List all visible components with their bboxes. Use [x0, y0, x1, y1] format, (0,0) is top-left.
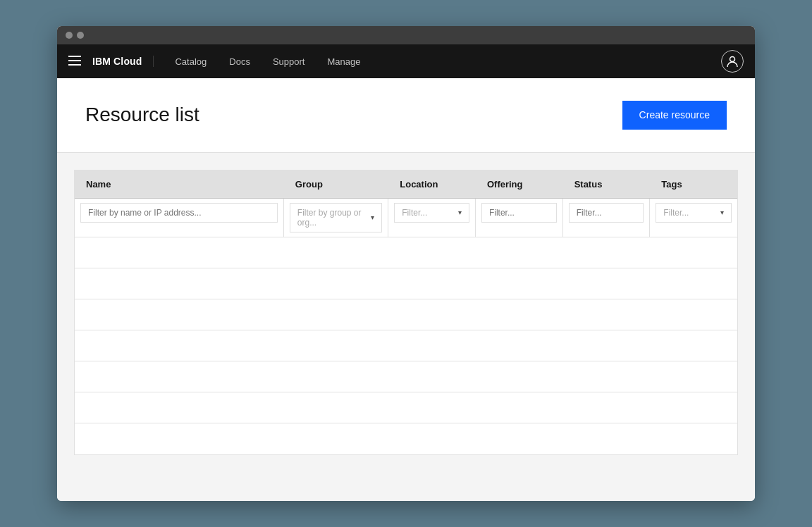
- filter-location-dropdown[interactable]: Filter... ▾: [394, 203, 469, 223]
- filter-tags-placeholder: Filter...: [663, 208, 689, 218]
- filter-group-cell: Filter by group or org... ▾: [284, 199, 388, 237]
- browser-chrome: [57, 26, 755, 44]
- table-header-row: Name Group Location Offering Status Tags: [75, 170, 737, 199]
- create-resource-button[interactable]: Create resource: [622, 101, 727, 130]
- col-header-status: Status: [563, 170, 651, 198]
- filter-location-cell: Filter... ▾: [388, 199, 476, 237]
- filter-offering-input[interactable]: [481, 203, 557, 223]
- manage-link[interactable]: Manage: [317, 44, 370, 78]
- main-content: Resource list Create resource Name Group…: [57, 78, 755, 501]
- table-row: [75, 361, 737, 392]
- browser-window: IBM Cloud Catalog Docs Support Manage Re…: [57, 26, 755, 501]
- page-header: Resource list Create resource: [57, 78, 755, 153]
- catalog-link[interactable]: Catalog: [165, 44, 216, 78]
- col-header-group: Group: [284, 170, 388, 198]
- browser-dot-1: [66, 32, 73, 39]
- filter-name-cell: [75, 199, 284, 237]
- col-header-offering: Offering: [476, 170, 563, 198]
- page-title: Resource list: [85, 104, 199, 126]
- filter-group-dropdown[interactable]: Filter by group or org... ▾: [290, 203, 382, 232]
- chevron-down-icon: ▾: [458, 209, 462, 216]
- ibm-cloud-brand: IBM Cloud: [92, 56, 154, 67]
- filter-name-input[interactable]: [80, 203, 278, 223]
- browser-dot-2: [77, 32, 84, 39]
- svg-rect-1: [68, 60, 81, 61]
- filter-tags-dropdown[interactable]: Filter... ▾: [656, 203, 732, 223]
- svg-rect-2: [68, 64, 81, 66]
- col-header-location: Location: [388, 170, 476, 198]
- filter-tags-cell: Filter... ▾: [650, 199, 737, 237]
- navbar-links: Catalog Docs Support Manage: [165, 44, 721, 78]
- col-header-tags: Tags: [650, 170, 737, 198]
- chevron-down-icon: ▾: [720, 209, 724, 216]
- user-profile-icon[interactable]: [721, 50, 744, 73]
- table-row: [75, 423, 737, 454]
- filter-offering-cell: [476, 199, 563, 237]
- table-row: [75, 299, 737, 330]
- filter-group-placeholder: Filter by group or org...: [297, 208, 371, 228]
- support-link[interactable]: Support: [263, 44, 315, 78]
- table-row: [75, 237, 737, 268]
- filter-location-placeholder: Filter...: [402, 208, 427, 218]
- filter-row: Filter by group or org... ▾ Filter... ▾: [75, 199, 737, 237]
- svg-point-3: [730, 57, 735, 62]
- table-row: [75, 330, 737, 361]
- navbar: IBM Cloud Catalog Docs Support Manage: [57, 44, 755, 78]
- table-row: [75, 268, 737, 299]
- hamburger-menu-icon[interactable]: [68, 55, 81, 68]
- col-header-name: Name: [75, 170, 284, 198]
- filter-status-cell: [563, 199, 651, 237]
- resource-table: Name Group Location Offering Status Tags…: [74, 170, 738, 455]
- table-row: [75, 392, 737, 423]
- svg-rect-0: [68, 56, 81, 57]
- filter-status-input[interactable]: [569, 203, 644, 223]
- chevron-down-icon: ▾: [371, 213, 374, 221]
- docs-link[interactable]: Docs: [219, 44, 260, 78]
